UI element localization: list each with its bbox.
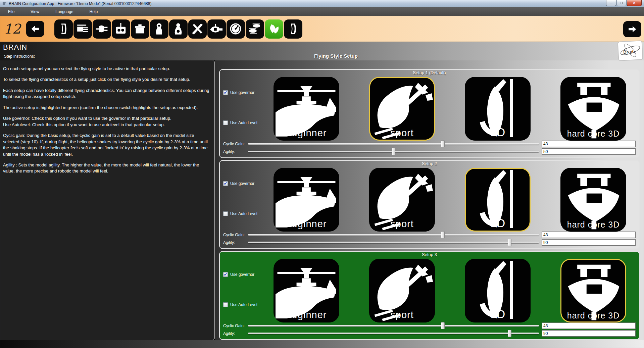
setup-3-style-sport[interactable]: sport [369,259,435,322]
toolbar-step-flight-tuning[interactable] [246,19,264,39]
toolbar-step-connections[interactable] [73,19,92,39]
slider-track[interactable] [248,242,539,243]
setup-3-style-hard-core-3d[interactable]: hard core 3D [560,259,626,322]
close-button[interactable]: ✕ [627,0,642,6]
setups-area: Setup 1 (Default) ✔ Use governor Use Aut… [215,60,644,340]
setup-1-style-beginner[interactable]: beginner [274,77,339,141]
style-label: beginner [275,219,338,229]
slider-thumb[interactable] [441,322,445,329]
restore-button[interactable]: ❐ [616,0,627,6]
slider-thumb[interactable] [508,239,511,246]
page-header: BRAIN Step instructions: Flying Style Se… [0,42,644,60]
slider-thumb[interactable] [392,148,395,155]
slider-thumb[interactable] [441,140,445,147]
toolbar-step-blades[interactable] [188,19,207,39]
setup-1-agility-slider[interactable] [248,148,539,155]
toolbar-step-flying-style[interactable] [265,19,283,39]
instruction-paragraph: The active setup is highlighted in green… [3,105,210,111]
toolbar-step-unit[interactable] [54,19,73,39]
menu-view[interactable]: View [26,7,44,16]
setup-3-cyclic-gain-value[interactable] [542,322,636,329]
step-toolbar: 12 [0,16,644,42]
cyclic-gain-label: Cyclic Gain: [223,233,248,237]
style-label: 3D [466,308,530,320]
menu-file[interactable]: File [3,7,19,16]
instruction-paragraph: Agility : Sets the model agility. The hi… [3,162,210,175]
slider-track[interactable] [248,143,539,145]
use-auto-level-label: Use Auto Level [230,302,257,307]
flight-tuning-icon [248,22,261,35]
setup-1-cyclic-gain-slider[interactable] [248,140,539,148]
page-title: Flying Style Setup [0,53,644,59]
toolbar-step-power[interactable] [93,19,111,39]
setup-2-style-beginner[interactable]: beginner [274,168,339,232]
menu-language[interactable]: Language [50,7,78,16]
setup-2-agility-value[interactable] [542,239,636,246]
forward-button[interactable] [623,21,641,37]
setup-1-style-3d[interactable]: 3D [465,77,531,141]
setup-1-style-hard-core-3d[interactable]: hard core 3D [560,77,626,141]
style-label: sport [370,310,434,320]
toolbar-step-unit-backup[interactable] [284,19,302,39]
agility-label: Agility: [223,331,248,336]
setup-2-style-sport[interactable]: sport [369,168,435,232]
setup-1-style-sport[interactable]: sport [369,77,435,141]
setup-3-style-beginner[interactable]: beginner [274,259,339,322]
setup-2-cyclic-gain-slider[interactable] [248,231,539,239]
setup-3-agility-value[interactable] [542,330,636,337]
setup-1-agility-value[interactable] [542,148,636,155]
cyclic-gain-label: Cyclic Gain: [223,142,248,146]
setup-2-cyclic-gain-value[interactable] [542,232,636,238]
instruction-paragraph: To select the flying characteristics of … [3,77,210,83]
blades-icon [191,22,204,35]
style-label: hard core 3D [561,220,625,229]
slider-track[interactable] [248,333,539,334]
toolbar-step-transmitter[interactable] [112,19,130,39]
use-auto-level-label: Use Auto Level [230,120,257,125]
current-step-number: 12 [4,22,21,36]
toolbar-step-esc[interactable] [131,19,149,39]
arrow-right-icon [627,25,638,34]
flying-style-icon [267,22,280,35]
checkbox-box[interactable]: ✔ [223,90,228,95]
setup-2-agility-slider[interactable] [248,239,539,246]
checkbox-box[interactable]: ✔ [223,272,228,277]
app-name: BRAIN [3,43,27,52]
checkbox-box[interactable]: ✔ [223,181,228,186]
setup-3-use-auto-level-checkbox[interactable]: Use Auto Level [223,302,274,307]
use-governor-label: Use governor [230,181,254,186]
setup-2-style-hard-core-3d[interactable]: hard core 3D [560,168,626,232]
checkbox-box[interactable] [223,302,228,307]
checkbox-box[interactable] [223,120,228,125]
setup-1-use-auto-level-checkbox[interactable]: Use Auto Level [223,120,274,125]
setup-3-use-governor-checkbox[interactable]: ✔ Use governor [223,272,274,277]
style-label: beginner [275,310,338,320]
instructions-panel: On each setup panel you can select the f… [0,60,215,340]
setup-2-use-governor-checkbox[interactable]: ✔ Use governor [223,181,274,186]
setup-1-cyclic-gain-value[interactable] [542,141,636,147]
setup-3-cyclic-gain-slider[interactable] [248,322,539,330]
use-governor-label: Use governor [230,272,254,277]
slider-thumb[interactable] [508,330,511,337]
slider-thumb[interactable] [441,231,445,238]
setup-2-style-3d[interactable]: 3D [465,168,531,232]
minimize-button[interactable]: — [606,0,616,6]
setup-1-use-governor-checkbox[interactable]: ✔ Use governor [223,90,274,95]
slider-track[interactable] [248,325,539,327]
toolbar-step-rotor-head[interactable] [169,19,188,39]
toolbar-step-tail[interactable] [207,19,226,39]
setup-3-agility-slider[interactable] [248,330,539,337]
setup-2-use-auto-level-checkbox[interactable]: Use Auto Level [223,211,274,216]
back-button[interactable] [26,21,44,37]
brain-logo: Brain [617,40,643,61]
slider-track[interactable] [248,234,539,236]
setup-3-title: Setup 3 [223,252,636,259]
menu-help[interactable]: Help [85,7,103,16]
toolbar-step-governor[interactable] [227,19,245,39]
checkbox-box[interactable] [223,211,228,216]
unit-icon [57,22,70,35]
app-window: BRAIN Configuration App - Firmware "Demo… [0,0,644,348]
style-label: sport [370,128,434,138]
toolbar-step-swashplate[interactable] [150,19,168,39]
setup-3-style-3d[interactable]: 3D [465,259,531,322]
